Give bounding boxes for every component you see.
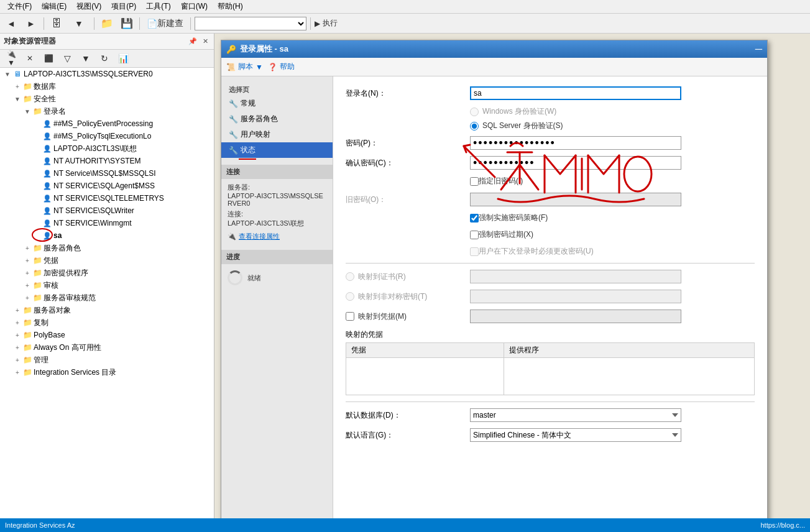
- tree-server[interactable]: ▼ 🖥 LAPTOP-AI3CTL3S\MSSQLSERVER0: [0, 68, 214, 80]
- script-btn[interactable]: 📜 脚本 ▼: [226, 62, 263, 72]
- tree-replication-folder[interactable]: + 📁 复制: [0, 316, 214, 329]
- sql-auth-radio[interactable]: [470, 122, 479, 131]
- exp7: [32, 193, 42, 203]
- default-lang-label: 默认语言(G)：: [346, 430, 470, 441]
- map-cred-checkbox[interactable]: [346, 312, 354, 321]
- disconnect-btn[interactable]: ✕: [21, 51, 39, 66]
- view-connection-link[interactable]: 查看连接属性: [239, 232, 280, 241]
- stop-btn[interactable]: ⬛: [40, 51, 57, 66]
- tree-login-3[interactable]: 👤 LAPTOP-AI3CTL3S\联想: [0, 142, 214, 155]
- tree-login-4[interactable]: 👤 NT AUTHORITY\SYSTEM: [0, 155, 214, 167]
- map-cred-row: 映射到凭据(M): [346, 310, 755, 323]
- mapped-creds-title: 映射的凭据: [346, 329, 755, 340]
- new-query-label: 新建查: [157, 18, 183, 29]
- tree-crypto-folder[interactable]: + 📁 加密提供程序: [0, 267, 214, 279]
- tree-login-1[interactable]: 👤 ##MS_PolicyEventProcessing: [0, 117, 214, 130]
- progress-section: 进度: [221, 250, 333, 264]
- default-db-select[interactable]: master: [470, 408, 681, 422]
- tree-alwayson-folder[interactable]: + 📁 Always On 高可用性: [0, 341, 214, 354]
- tree-container[interactable]: ▼ 🖥 LAPTOP-AI3CTL3S\MSSQLSERVER0 + 📁 数据库…: [0, 68, 214, 518]
- chart-btn[interactable]: 📊: [114, 51, 132, 66]
- database-selector[interactable]: [195, 17, 306, 30]
- toolbar-back[interactable]: ◄: [2, 16, 20, 31]
- main-toolbar: ◄ ► 🗄 ▼ 📁 💾 📄 新建查 ▶ 执行: [0, 14, 810, 34]
- tree-login-9[interactable]: 👤 NT SERVICE\Winmgmt: [0, 217, 214, 229]
- panel-pin[interactable]: 📌: [188, 37, 198, 47]
- toolbar-btn4[interactable]: 💾: [118, 16, 136, 31]
- login-folder-label: 登录名: [44, 106, 214, 117]
- toolbar-btn3[interactable]: 📁: [98, 16, 116, 31]
- login-name-input[interactable]: [470, 86, 681, 100]
- tree-login-6[interactable]: 👤 NT SERVICE\SQLAgent$MSS: [0, 180, 214, 192]
- default-lang-select[interactable]: Simplified Chinese - 简体中文: [470, 428, 681, 442]
- refresh-btn[interactable]: ↻: [96, 51, 113, 66]
- user-icon-7: 👤: [42, 193, 52, 203]
- cred-folder-label: 凭据: [44, 255, 214, 266]
- login-label-4: NT AUTHORITY\SYSTEM: [53, 157, 214, 165]
- tree-security-folder[interactable]: ▼ 📁 安全性: [0, 93, 214, 105]
- menu-window[interactable]: 窗口(W): [176, 0, 213, 13]
- tree-login-2[interactable]: 👤 ##MS_PolicyTsqlExecutionLo: [0, 130, 214, 142]
- enforce-policy-checkbox[interactable]: [470, 214, 479, 222]
- password-input[interactable]: [470, 136, 681, 150]
- expand-db: +: [12, 81, 22, 91]
- map-cred-select[interactable]: [470, 310, 681, 323]
- tree-mgmt-folder[interactable]: + 📁 管理: [0, 354, 214, 366]
- tree-auditspec-folder[interactable]: + 📁 服务器审核规范: [0, 291, 214, 304]
- connection-value: LAPTOP-AI3CTL3S\联想: [228, 219, 304, 227]
- menu-file[interactable]: 文件(F): [2, 0, 37, 13]
- filter-btn[interactable]: ▽: [58, 51, 76, 66]
- tree-login-folder[interactable]: ▼ 📁 登录名: [0, 105, 214, 117]
- nav-status[interactable]: 🔧 状态: [221, 142, 333, 158]
- connect-btn[interactable]: 🔌▼: [2, 51, 20, 66]
- windows-auth-radio[interactable]: [470, 108, 479, 116]
- toolbar-forward[interactable]: ►: [22, 16, 40, 31]
- enforce-expiry-checkbox[interactable]: [470, 231, 479, 239]
- old-pw-input[interactable]: [470, 193, 681, 206]
- old-pw-label: 旧密码(O)：: [346, 195, 470, 205]
- tree-login-8[interactable]: 👤 NT SERVICE\SQLWriter: [0, 204, 214, 217]
- tree-serverobj-folder[interactable]: + 📁 服务器对象: [0, 304, 214, 316]
- map-asym-select[interactable]: [470, 290, 681, 303]
- expand-replication: +: [12, 318, 22, 328]
- nav-server-roles[interactable]: 🔧 服务器角色: [221, 111, 333, 127]
- toolbar-btn1[interactable]: 🗄: [48, 16, 65, 31]
- map-asym-radio[interactable]: [346, 292, 354, 301]
- tree-login-7[interactable]: 👤 NT SERVICE\SQLTELEMETRYS: [0, 192, 214, 204]
- menu-view[interactable]: 视图(V): [71, 0, 106, 13]
- login-name-label: 登录名(N)：: [346, 88, 470, 99]
- tree-polybase-folder[interactable]: + 📁 PolyBase: [0, 329, 214, 341]
- menu-project[interactable]: 项目(P): [106, 0, 141, 13]
- menu-tools[interactable]: 工具(T): [141, 0, 175, 13]
- nav-user-mapping[interactable]: 🔧 用户映射: [221, 127, 333, 142]
- nav-status-label: 状态: [241, 145, 255, 155]
- tree-login-sa[interactable]: 👤 sa: [0, 229, 214, 242]
- enforce-policy-row: 强制实施密码策略(F): [470, 213, 755, 223]
- tree-db-folder[interactable]: + 📁 数据库: [0, 80, 214, 93]
- filter2-btn[interactable]: ▼: [77, 51, 94, 66]
- nav-general[interactable]: 🔧 常规: [221, 96, 333, 111]
- password-row: 密码(P)：: [346, 136, 755, 150]
- old-pw-checkbox[interactable]: [470, 177, 479, 186]
- map-cert-radio[interactable]: [346, 272, 354, 281]
- tree-serverrole-folder[interactable]: + 📁 服务器角色: [0, 242, 214, 254]
- tree-credential-folder[interactable]: + 📁 凭据: [0, 254, 214, 267]
- help-btn[interactable]: ❓ 帮助: [268, 62, 295, 72]
- expand-sr: +: [22, 243, 32, 253]
- dialog-close-btn[interactable]: ─: [755, 44, 762, 54]
- script-dropdown-icon: ▼: [255, 63, 263, 71]
- expand-polybase: +: [12, 330, 22, 340]
- map-cert-select[interactable]: [470, 270, 681, 283]
- panel-close[interactable]: ✕: [200, 37, 210, 47]
- expand-login: ▼: [22, 106, 32, 116]
- menu-help[interactable]: 帮助(H): [213, 0, 248, 13]
- menu-edit[interactable]: 编辑(E): [37, 0, 71, 13]
- tree-login-5[interactable]: 👤 NT Service\MSSQL$MSSQLSI: [0, 167, 214, 180]
- integsvc-folder-label: Integration Services 目录: [34, 367, 214, 378]
- tree-audit-folder[interactable]: + 📁 审核: [0, 279, 214, 291]
- must-change-checkbox[interactable]: [470, 247, 479, 256]
- tree-integsvc-folder[interactable]: + 📁 Integration Services 目录: [0, 366, 214, 378]
- toolbar-btn2[interactable]: ▼: [68, 16, 90, 31]
- confirm-pw-input[interactable]: [470, 156, 681, 170]
- toolbar-new-query[interactable]: 📄 新建查: [144, 16, 186, 31]
